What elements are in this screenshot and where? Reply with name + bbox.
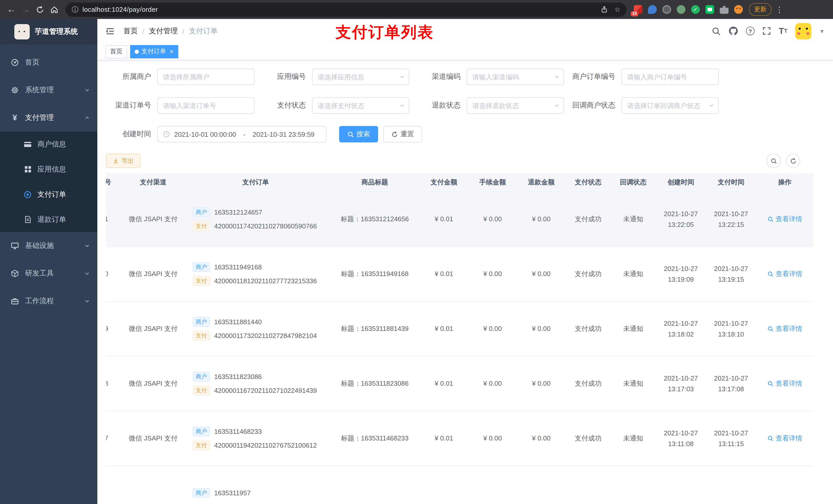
share-icon[interactable]	[601, 6, 609, 13]
channel-code-select[interactable]	[467, 69, 564, 85]
close-tab-icon[interactable]: ×	[170, 48, 173, 55]
extensions-puzzle-icon[interactable]	[720, 5, 729, 14]
top-navbar: 首页 / 支付管理 / 支付订单 支付订单列表 ?	[97, 19, 833, 43]
notify-status-select[interactable]	[621, 97, 719, 114]
breadcrumb-item[interactable]: 支付管理	[149, 26, 178, 35]
col-action: 操作	[756, 173, 813, 192]
tab-pay-order[interactable]: 支付订单 ×	[130, 45, 178, 58]
profile-avatar-icon[interactable]	[734, 5, 743, 14]
yen-icon: ¥	[10, 114, 20, 122]
view-detail-link[interactable]: 查看详情	[767, 214, 802, 223]
breadcrumb-item[interactable]: 首页	[123, 26, 138, 35]
cell-amount: ¥ 0.01	[420, 246, 468, 301]
table-row[interactable]: 20 微信 JSAPI 支付 商户1635311949168 支付4200001…	[106, 246, 813, 301]
cell-action	[756, 465, 813, 504]
sidebar-item-system[interactable]: 系统管理	[0, 76, 97, 104]
cell-title: 标题：1635311949168	[330, 246, 420, 301]
pay-status-select[interactable]	[312, 97, 409, 114]
reset-button[interactable]: 重置	[383, 126, 422, 142]
cell-id: 20	[106, 246, 125, 301]
filter-label: 渠道编码	[415, 72, 467, 81]
cell-paid: 2021-10-2713:19:15	[706, 246, 756, 301]
address-bar[interactable]: ⓘ localhost:1024/pay/order ☆	[66, 2, 626, 17]
merchant-tag: 商户	[193, 426, 210, 436]
collapse-sidebar-icon[interactable]	[105, 26, 115, 35]
cell-channel	[125, 465, 181, 504]
tags-view-bar: 首页 支付订单 ×	[97, 43, 833, 61]
filter-label: 渠道订单号	[106, 101, 157, 110]
sidebar-item-merchant-info[interactable]: 商户信息	[0, 131, 97, 157]
grid-icon	[24, 165, 32, 173]
sidebar-item-app-info[interactable]: 应用信息	[0, 157, 97, 182]
ext-drop-icon[interactable]	[648, 5, 657, 14]
ext-grid-icon[interactable]: 10	[634, 5, 642, 14]
sidebar-item-home[interactable]: 首页	[0, 49, 97, 76]
reload-icon[interactable]	[33, 2, 47, 17]
cell-id	[106, 465, 125, 504]
cell-refund: ¥ 0.00	[517, 301, 566, 356]
merchant-order-no: 1635311949168	[214, 263, 262, 271]
user-avatar[interactable]	[795, 23, 811, 39]
merchant-select[interactable]	[157, 69, 255, 85]
view-detail-link[interactable]: 查看详情	[767, 269, 802, 279]
chevron-down-icon	[84, 298, 90, 304]
fullscreen-icon[interactable]	[762, 27, 771, 35]
cell-order: 商户1635311957	[181, 465, 330, 504]
browser-menu-icon[interactable]: ⋮	[776, 5, 783, 14]
channel-order-no-input[interactable]	[157, 97, 255, 114]
view-detail-link[interactable]: 查看详情	[767, 434, 802, 443]
table-row-partial[interactable]: 商户1635311957	[106, 465, 813, 504]
forward-icon[interactable]: →	[19, 2, 33, 17]
sidebar-item-pay-order[interactable]: 支付订单	[0, 182, 97, 207]
font-size-icon[interactable]: TT	[779, 27, 787, 35]
sidebar-item-devtools[interactable]: 研发工具	[0, 260, 97, 287]
cell-channel: 微信 JSAPI 支付	[125, 246, 181, 301]
cell-refund: ¥ 0.00	[517, 411, 566, 465]
cell-notify: 未通知	[611, 301, 656, 356]
search-button[interactable]: 搜索	[339, 126, 378, 142]
chevron-down-icon	[84, 270, 90, 277]
col-channel: 支付渠道	[125, 173, 181, 192]
table-row[interactable]: 21 微信 JSAPI 支付 商户1635312124657 支付4200001…	[106, 192, 813, 246]
date-range-picker[interactable]: 2021-10-01 00:00:00 - 2021-10-31 23:59:5…	[157, 126, 326, 142]
ext-globe-icon[interactable]	[662, 5, 671, 14]
view-detail-link[interactable]: 查看详情	[767, 324, 802, 333]
bookmark-star-icon[interactable]: ☆	[615, 6, 620, 13]
avatar-caret-icon[interactable]: ▼	[819, 28, 825, 34]
sidebar-item-refund-order[interactable]: 退款订单	[0, 207, 97, 232]
sidebar-item-payment[interactable]: ¥ 支付管理	[0, 104, 97, 131]
merchant-order-no-input[interactable]	[621, 69, 719, 85]
cell-channel: 微信 JSAPI 支付	[125, 356, 181, 411]
date-end: 2021-10-31 23:59:59	[253, 130, 314, 138]
ext-circle-icon[interactable]	[677, 5, 686, 14]
ext-check-icon[interactable]: ✓	[691, 5, 700, 14]
table-row[interactable]: 19 微信 JSAPI 支付 商户1635311881440 支付4200001…	[106, 301, 813, 356]
tab-home[interactable]: 首页	[105, 45, 127, 58]
app-select[interactable]	[312, 69, 409, 85]
cell-amount: ¥ 0.01	[420, 411, 468, 465]
cell-paid: 2021-10-2713:18:10	[706, 301, 756, 356]
sidebar-item-infra[interactable]: 基础设施	[0, 232, 97, 260]
cell-fee	[468, 465, 517, 504]
filter-label: 所属商户	[106, 72, 157, 81]
toggle-search-icon[interactable]	[766, 154, 781, 168]
cell-amount: ¥ 0.01	[420, 192, 468, 246]
view-detail-link[interactable]: 查看详情	[767, 379, 802, 388]
cell-status: 支付成功	[566, 301, 611, 356]
github-icon[interactable]	[729, 26, 738, 36]
ext-chat-icon[interactable]	[706, 5, 714, 14]
pay-tag: 支付	[193, 331, 210, 340]
search-icon[interactable]	[712, 26, 721, 35]
site-info-icon[interactable]: ⓘ	[72, 5, 78, 14]
browser-update-button[interactable]: 更新	[749, 3, 771, 16]
help-icon[interactable]: ?	[746, 27, 755, 35]
table-row[interactable]: 17 微信 JSAPI 支付 商户1635311468233 支付4200001…	[106, 411, 813, 465]
sidebar-item-workflow[interactable]: 工作流程	[0, 287, 97, 315]
export-button[interactable]: 导出	[106, 154, 140, 168]
refund-status-select[interactable]	[467, 97, 564, 114]
refresh-table-icon[interactable]	[786, 154, 800, 168]
col-paid: 支付时间	[706, 173, 756, 192]
table-row[interactable]: 18 微信 JSAPI 支付 商户1635311823086 支付4200001…	[106, 356, 813, 411]
home-icon[interactable]	[47, 2, 62, 17]
back-icon[interactable]: ←	[4, 2, 19, 17]
